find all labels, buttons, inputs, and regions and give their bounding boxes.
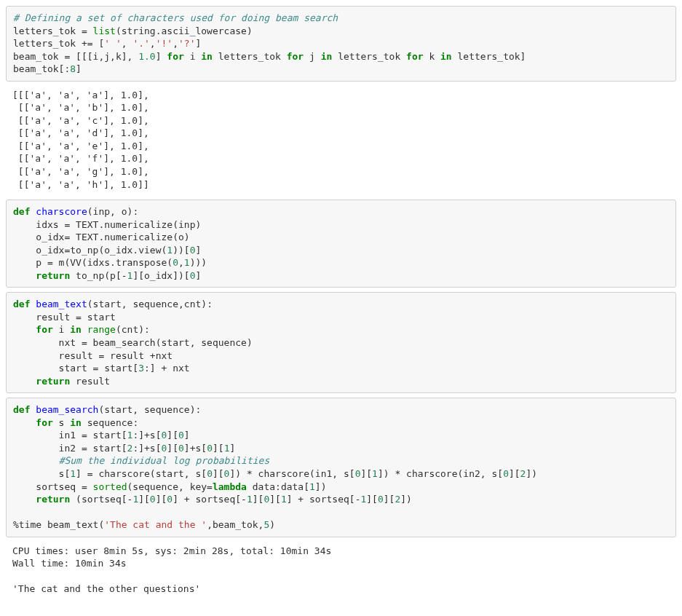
code-token: in — [321, 51, 333, 62]
code-token: ] — [184, 430, 190, 441]
code-token: to_np(p[- — [70, 270, 127, 281]
code-token: 0 — [178, 443, 184, 454]
code-token: 'The cat and the ' — [104, 519, 207, 530]
code-token: ] = charscore(start, s[ — [76, 468, 207, 479]
code-token: letters_tok — [213, 51, 287, 62]
code-token: return — [36, 494, 70, 505]
code-token: beam_search — [36, 404, 98, 415]
code-token: beam_tok[: — [13, 63, 70, 74]
code-token: in1 = start[ — [13, 430, 127, 441]
code-token: for — [287, 51, 304, 62]
code-token: o_idx=to_np(o_idx.view( — [13, 245, 167, 256]
code-token: sortseq = — [13, 481, 93, 492]
code-token: return — [36, 376, 70, 387]
code-cell-input[interactable]: def beam_text(start, sequence,cnt): resu… — [6, 292, 676, 393]
code-token: def — [13, 299, 30, 309]
code-token: 1 — [70, 468, 76, 479]
code-cell-input[interactable]: def charscore(inp, o): idxs = TEXT.numer… — [6, 200, 676, 288]
code-token: ] — [156, 51, 167, 62]
code-token: ]) — [400, 494, 412, 505]
code-token: (sortseq[- — [70, 494, 132, 505]
code-token: beam_tok = [[[i,j,k], — [13, 51, 138, 62]
code-token: for — [406, 51, 423, 62]
code-token: i — [184, 51, 201, 62]
code-token: :]+s[ — [132, 443, 161, 454]
code-token: 3 — [138, 363, 144, 374]
code-token: ][ — [156, 494, 167, 505]
code-token: ][ — [509, 468, 520, 479]
code-token — [13, 455, 59, 466]
code-token: (cnt): — [116, 324, 150, 335]
code-token: (inp, o): — [87, 206, 138, 217]
code-token: start = start[ — [13, 363, 138, 374]
code-token: return — [36, 270, 70, 281]
code-token: 0 — [167, 494, 173, 505]
code-token: 8 — [70, 63, 76, 74]
code-token: ][ — [167, 430, 178, 441]
code-token: 1 — [372, 468, 378, 479]
code-token: 1 — [247, 494, 253, 505]
code-token: ] — [195, 245, 201, 256]
code-token — [13, 324, 36, 335]
code-token: for — [167, 51, 183, 62]
code-token: p = m(VV(idxs.transpose( — [13, 257, 173, 268]
code-token: ))[ — [173, 245, 189, 256]
code-token: (start, sequence,cnt): — [87, 299, 213, 309]
code-token: 0 — [503, 468, 509, 479]
code-token: for — [36, 417, 52, 428]
code-token: ] + sortseq[- — [287, 494, 361, 505]
code-token: ][ — [167, 443, 178, 454]
code-token: ] — [195, 38, 201, 49]
code-token: ] — [229, 443, 235, 454]
code-token: def — [13, 404, 30, 415]
code-token: 1 — [309, 481, 315, 492]
code-token: , — [173, 38, 178, 49]
code-token: :]+s[ — [132, 430, 161, 441]
code-token: ][ — [253, 494, 264, 505]
code-token: '?' — [178, 38, 195, 49]
code-token: def — [13, 206, 30, 217]
code-token: sorted — [93, 481, 127, 492]
code-token: in — [70, 417, 82, 428]
code-token: in — [70, 324, 82, 335]
code-token: 1 — [184, 257, 190, 268]
code-token: data:data[ — [247, 481, 309, 492]
code-token: (start, sequence): — [98, 404, 201, 415]
code-token: '!' — [156, 38, 173, 49]
code-token: 1 — [281, 494, 287, 505]
code-token: ][o_idx])[ — [132, 270, 189, 281]
code-token: ] + sortseq[- — [173, 494, 247, 505]
code-token: charscore — [36, 206, 87, 217]
code-token: k — [424, 51, 440, 62]
code-token: j — [304, 51, 320, 62]
code-cell-input[interactable]: def beam_search(start, sequence): for s … — [6, 398, 676, 537]
code-cell-input[interactable]: # Defining a set of characters used for … — [6, 6, 676, 82]
code-token: ' ' — [104, 38, 121, 49]
code-token: nxt = beam_search(start, sequence) — [13, 337, 253, 348]
code-token: ][ — [138, 494, 150, 505]
code-token: 0 — [173, 257, 178, 268]
code-token: ] — [76, 63, 82, 74]
code-token: result = result +nxt — [13, 350, 173, 361]
code-token — [13, 376, 36, 387]
code-token: (sequence, key= — [127, 481, 213, 492]
code-token: in — [201, 51, 213, 62]
code-token: ][ — [213, 468, 224, 479]
code-token — [13, 494, 36, 505]
code-token: , — [178, 257, 184, 268]
code-token: result = start — [13, 312, 116, 323]
code-token: ] — [196, 270, 202, 281]
code-token: 0 — [178, 430, 184, 441]
code-token: letters_tok = — [13, 25, 93, 36]
code-token: '.' — [132, 38, 149, 49]
code-token — [13, 417, 36, 428]
code-token: ][ — [213, 443, 224, 454]
code-token: ][ — [384, 494, 395, 505]
code-token: , — [150, 38, 156, 49]
code-token: letters_tok] — [452, 51, 526, 62]
code-token: ][ — [360, 468, 372, 479]
code-token: list — [93, 25, 116, 36]
code-token: range — [87, 324, 116, 335]
code-token: lambda — [213, 481, 247, 492]
code-token: #Sum the individual log probabilities — [59, 455, 270, 466]
